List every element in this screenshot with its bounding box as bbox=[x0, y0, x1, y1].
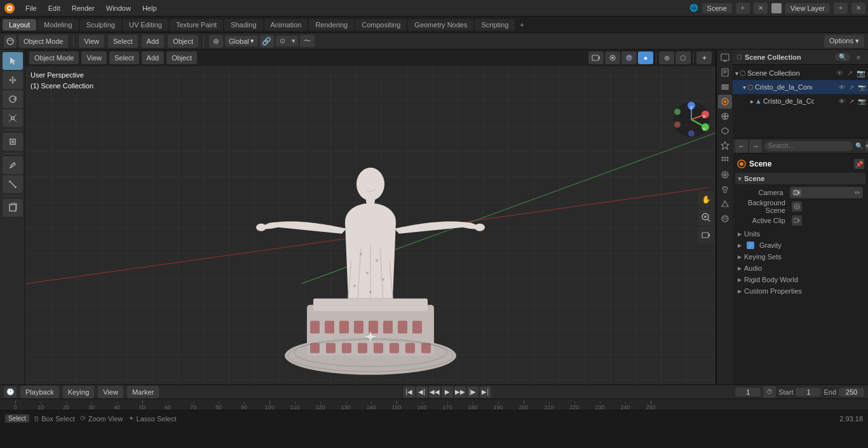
menu-file[interactable]: File bbox=[20, 3, 42, 13]
tab-layout[interactable]: Layout bbox=[3, 19, 36, 31]
bg-scene-icon-btn[interactable] bbox=[792, 201, 802, 212]
camera-value-field[interactable]: ✏ bbox=[790, 187, 863, 198]
keying-menu[interactable]: Keying bbox=[63, 386, 95, 398]
vp-mode-btn[interactable]: Object Mode bbox=[29, 51, 79, 64]
prev-keyframe-btn[interactable]: ◀| bbox=[416, 386, 428, 398]
rigid-body-toggle[interactable]: ▶ Rigid Body World bbox=[735, 275, 865, 285]
audio-toggle[interactable]: ▶ Audio bbox=[735, 263, 865, 273]
add-menu[interactable]: Add bbox=[142, 35, 165, 48]
graph-btn[interactable]: 〜 bbox=[300, 35, 315, 47]
move-tool[interactable] bbox=[3, 71, 23, 89]
tab-rendering[interactable]: Rendering bbox=[309, 19, 354, 31]
eye-icon-scene[interactable]: 👁 bbox=[836, 69, 843, 77]
next-keyframe-btn[interactable]: |▶ bbox=[467, 386, 478, 398]
outliner-item-1[interactable]: ▸ ▲ Cristo_de_la_Concordia_S 👁 ↗ 📷 bbox=[733, 94, 868, 108]
scale-tool[interactable] bbox=[3, 109, 23, 127]
select-icon-0[interactable]: ↗ bbox=[849, 84, 854, 91]
scene-prop-pin[interactable]: 📌 bbox=[854, 159, 864, 169]
camera-persp-btn[interactable] bbox=[698, 227, 714, 243]
keying-sets-toggle[interactable]: ▶ Keying Sets bbox=[735, 252, 865, 262]
units-toggle[interactable]: ▶ Units bbox=[735, 229, 865, 239]
prop-icon-output[interactable] bbox=[718, 65, 732, 79]
menu-window[interactable]: Window bbox=[101, 3, 136, 13]
menu-edit[interactable]: Edit bbox=[43, 3, 65, 13]
scene-options-btn[interactable]: ✕ bbox=[754, 3, 768, 14]
cursor-icon-scene[interactable]: ↗ bbox=[847, 69, 853, 78]
prop-icon-physics[interactable] bbox=[718, 168, 732, 182]
orbit-icon[interactable] bbox=[4, 35, 17, 48]
axis-gizmo[interactable]: X Y Z bbox=[672, 100, 710, 139]
overlay-btn[interactable]: ⊕ bbox=[659, 51, 674, 64]
playback-menu[interactable]: Playback bbox=[20, 386, 59, 398]
tab-scripting[interactable]: Scripting bbox=[475, 19, 515, 31]
view-menu[interactable]: View bbox=[79, 35, 104, 48]
current-frame-display[interactable]: 1 bbox=[735, 388, 761, 397]
outliner-item-0[interactable]: ▾ ⬡ Cristo_de_la_Concordia_Statu 👁 ↗ 📷 bbox=[733, 80, 868, 94]
tab-shading[interactable]: Shading bbox=[224, 19, 262, 31]
measure-tool[interactable] bbox=[3, 175, 23, 193]
gravity-checkbox[interactable]: ✓ bbox=[747, 241, 754, 249]
cursor-tool[interactable] bbox=[3, 52, 23, 70]
tab-uv-editing[interactable]: UV Editing bbox=[123, 19, 168, 31]
hand-tool-btn[interactable]: ✋ bbox=[698, 191, 714, 208]
prop-icon-world[interactable] bbox=[718, 109, 732, 123]
prop-icon-data[interactable] bbox=[718, 197, 732, 211]
proportional-btn[interactable]: ⊙ bbox=[276, 36, 289, 46]
jump-start-btn[interactable]: |◀ bbox=[403, 386, 415, 398]
camera-view-btn[interactable] bbox=[588, 51, 604, 64]
prop-icon-material[interactable] bbox=[718, 212, 732, 226]
vp-view-btn[interactable]: View bbox=[81, 51, 107, 64]
select-icon-1[interactable]: ↗ bbox=[849, 98, 854, 105]
props-search-icon[interactable]: 🔍 bbox=[855, 142, 863, 149]
view-menu-tl[interactable]: View bbox=[98, 386, 123, 398]
xray-btn[interactable]: ⬡ bbox=[675, 51, 691, 64]
visibility-icon-0[interactable]: 👁 bbox=[839, 84, 845, 91]
zoom-in-btn[interactable] bbox=[698, 209, 714, 226]
scene-add-btn[interactable]: + bbox=[736, 3, 750, 14]
rotate-tool[interactable] bbox=[3, 90, 23, 108]
tab-texture-paint[interactable]: Texture Paint bbox=[170, 19, 223, 31]
outliner-sort-btn[interactable]: ≡ bbox=[853, 51, 864, 63]
gizmo-btn[interactable]: ✦ bbox=[696, 51, 712, 64]
snap-btn[interactable]: 🔗 bbox=[260, 35, 274, 48]
play-forward-btn[interactable]: ▶▶ bbox=[454, 386, 466, 398]
viewport-render-btn[interactable] bbox=[605, 51, 620, 64]
props-nav-fwd[interactable]: → bbox=[749, 140, 762, 153]
play-reverse-btn[interactable]: ◀◀ bbox=[429, 386, 440, 398]
viewport-3d[interactable]: Object Mode View Select Add Object ● ⊕ bbox=[25, 50, 715, 384]
active-clip-icon-btn[interactable] bbox=[792, 215, 802, 226]
view-layer-add-btn[interactable]: + bbox=[834, 3, 848, 14]
select-menu[interactable]: Select bbox=[108, 35, 138, 48]
outliner-scene-collection[interactable]: ▾ ⬡ Scene Collection 👁 ↗ 📷 bbox=[733, 66, 868, 80]
scene-section-header[interactable]: ▶ Scene bbox=[735, 173, 865, 184]
object-menu[interactable]: Object bbox=[168, 35, 198, 48]
view-layer-options-btn[interactable]: ✕ bbox=[851, 3, 865, 14]
menu-help[interactable]: Help bbox=[137, 3, 162, 13]
transform-selector[interactable]: Global▾ bbox=[225, 36, 258, 46]
prop-icon-scene[interactable] bbox=[718, 95, 732, 109]
play-btn[interactable]: ▶ bbox=[442, 386, 453, 398]
solid-view-btn[interactable]: ● bbox=[638, 51, 653, 64]
end-frame-input[interactable]: 250 bbox=[839, 388, 864, 397]
start-frame-input[interactable]: 1 bbox=[796, 388, 821, 397]
mode-selector[interactable]: Object Mode bbox=[18, 35, 68, 48]
menu-render[interactable]: Render bbox=[67, 3, 100, 13]
view-layer-selector[interactable]: View Layer bbox=[785, 3, 830, 13]
add-cube-tool[interactable] bbox=[3, 199, 23, 217]
visibility-icon-1[interactable]: 👁 bbox=[839, 98, 845, 105]
add-workspace-btn[interactable]: + bbox=[516, 20, 527, 30]
options-btn[interactable]: Options ▾ bbox=[824, 35, 864, 48]
prop-icon-viewlayer[interactable] bbox=[718, 80, 732, 94]
transform-tool[interactable] bbox=[3, 133, 23, 151]
render-icon-1[interactable]: 📷 bbox=[858, 98, 865, 105]
props-nav-back[interactable]: ← bbox=[735, 140, 748, 153]
prop-icon-particles[interactable] bbox=[718, 153, 732, 167]
render-icon-0[interactable]: 📷 bbox=[858, 84, 865, 91]
tab-geometry-nodes[interactable]: Geometry Nodes bbox=[408, 19, 473, 31]
prop-icon-constraints[interactable] bbox=[718, 182, 732, 196]
timeline-ruler[interactable]: 0 10 20 30 40 50 60 70 80 90 100 110 120… bbox=[0, 399, 868, 410]
outliner-filter-btn[interactable]: 🔍 bbox=[835, 53, 850, 61]
tab-compositing[interactable]: Compositing bbox=[355, 19, 407, 31]
material-preview-btn[interactable] bbox=[621, 51, 637, 64]
vp-select-btn[interactable]: Select bbox=[109, 51, 139, 64]
